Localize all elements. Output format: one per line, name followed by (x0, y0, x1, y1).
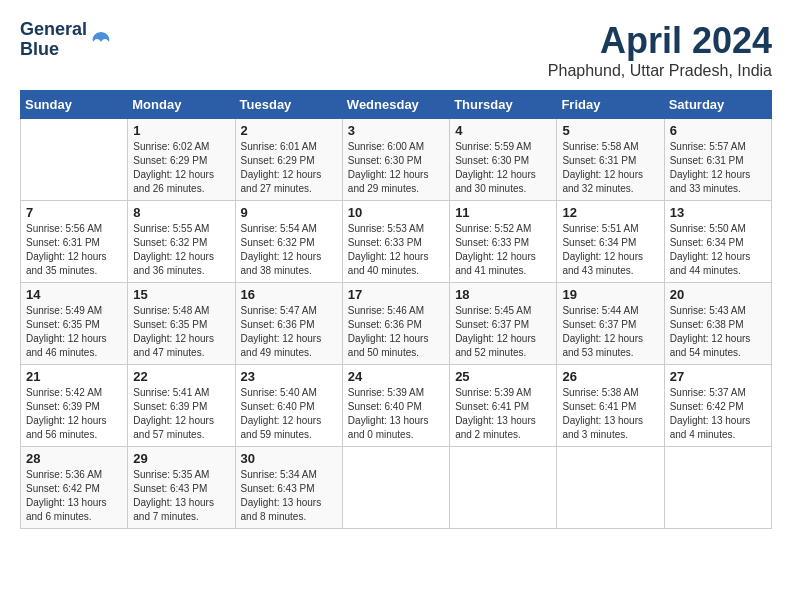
calendar-cell: 27Sunrise: 5:37 AM Sunset: 6:42 PM Dayli… (664, 365, 771, 447)
day-number: 18 (455, 287, 551, 302)
day-number: 12 (562, 205, 658, 220)
day-info: Sunrise: 6:01 AM Sunset: 6:29 PM Dayligh… (241, 140, 337, 196)
day-number: 2 (241, 123, 337, 138)
calendar-cell (342, 447, 449, 529)
day-info: Sunrise: 5:38 AM Sunset: 6:41 PM Dayligh… (562, 386, 658, 442)
page-header: GeneralBlue April 2024 Phaphund, Uttar P… (20, 20, 772, 80)
day-number: 24 (348, 369, 444, 384)
location-title: Phaphund, Uttar Pradesh, India (548, 62, 772, 80)
day-info: Sunrise: 5:45 AM Sunset: 6:37 PM Dayligh… (455, 304, 551, 360)
day-info: Sunrise: 5:55 AM Sunset: 6:32 PM Dayligh… (133, 222, 229, 278)
calendar-table: SundayMondayTuesdayWednesdayThursdayFrid… (20, 90, 772, 529)
day-number: 5 (562, 123, 658, 138)
calendar-cell: 7Sunrise: 5:56 AM Sunset: 6:31 PM Daylig… (21, 201, 128, 283)
calendar-cell: 17Sunrise: 5:46 AM Sunset: 6:36 PM Dayli… (342, 283, 449, 365)
day-info: Sunrise: 5:54 AM Sunset: 6:32 PM Dayligh… (241, 222, 337, 278)
day-info: Sunrise: 5:52 AM Sunset: 6:33 PM Dayligh… (455, 222, 551, 278)
day-number: 29 (133, 451, 229, 466)
calendar-cell: 16Sunrise: 5:47 AM Sunset: 6:36 PM Dayli… (235, 283, 342, 365)
day-info: Sunrise: 5:56 AM Sunset: 6:31 PM Dayligh… (26, 222, 122, 278)
day-number: 27 (670, 369, 766, 384)
day-info: Sunrise: 5:57 AM Sunset: 6:31 PM Dayligh… (670, 140, 766, 196)
day-number: 25 (455, 369, 551, 384)
weekday-header-saturday: Saturday (664, 91, 771, 119)
calendar-cell (21, 119, 128, 201)
day-number: 30 (241, 451, 337, 466)
day-number: 26 (562, 369, 658, 384)
calendar-cell: 22Sunrise: 5:41 AM Sunset: 6:39 PM Dayli… (128, 365, 235, 447)
day-number: 22 (133, 369, 229, 384)
calendar-cell: 13Sunrise: 5:50 AM Sunset: 6:34 PM Dayli… (664, 201, 771, 283)
day-info: Sunrise: 5:40 AM Sunset: 6:40 PM Dayligh… (241, 386, 337, 442)
calendar-cell: 2Sunrise: 6:01 AM Sunset: 6:29 PM Daylig… (235, 119, 342, 201)
day-number: 20 (670, 287, 766, 302)
day-number: 4 (455, 123, 551, 138)
calendar-cell (557, 447, 664, 529)
day-info: Sunrise: 5:36 AM Sunset: 6:42 PM Dayligh… (26, 468, 122, 524)
day-number: 28 (26, 451, 122, 466)
day-info: Sunrise: 5:50 AM Sunset: 6:34 PM Dayligh… (670, 222, 766, 278)
day-info: Sunrise: 5:42 AM Sunset: 6:39 PM Dayligh… (26, 386, 122, 442)
calendar-cell: 9Sunrise: 5:54 AM Sunset: 6:32 PM Daylig… (235, 201, 342, 283)
logo-bird-icon (89, 28, 113, 52)
day-info: Sunrise: 5:48 AM Sunset: 6:35 PM Dayligh… (133, 304, 229, 360)
calendar-cell (450, 447, 557, 529)
weekday-header-thursday: Thursday (450, 91, 557, 119)
day-info: Sunrise: 5:34 AM Sunset: 6:43 PM Dayligh… (241, 468, 337, 524)
day-number: 3 (348, 123, 444, 138)
day-number: 13 (670, 205, 766, 220)
day-number: 7 (26, 205, 122, 220)
day-info: Sunrise: 5:59 AM Sunset: 6:30 PM Dayligh… (455, 140, 551, 196)
calendar-cell: 28Sunrise: 5:36 AM Sunset: 6:42 PM Dayli… (21, 447, 128, 529)
logo-container: GeneralBlue (20, 20, 113, 60)
weekday-header-friday: Friday (557, 91, 664, 119)
day-number: 8 (133, 205, 229, 220)
day-number: 6 (670, 123, 766, 138)
day-number: 9 (241, 205, 337, 220)
day-number: 21 (26, 369, 122, 384)
weekday-header-tuesday: Tuesday (235, 91, 342, 119)
day-info: Sunrise: 5:49 AM Sunset: 6:35 PM Dayligh… (26, 304, 122, 360)
weekday-header-wednesday: Wednesday (342, 91, 449, 119)
calendar-cell: 26Sunrise: 5:38 AM Sunset: 6:41 PM Dayli… (557, 365, 664, 447)
calendar-cell: 21Sunrise: 5:42 AM Sunset: 6:39 PM Dayli… (21, 365, 128, 447)
weekday-header-monday: Monday (128, 91, 235, 119)
calendar-cell: 23Sunrise: 5:40 AM Sunset: 6:40 PM Dayli… (235, 365, 342, 447)
day-number: 15 (133, 287, 229, 302)
calendar-cell: 30Sunrise: 5:34 AM Sunset: 6:43 PM Dayli… (235, 447, 342, 529)
calendar-cell: 12Sunrise: 5:51 AM Sunset: 6:34 PM Dayli… (557, 201, 664, 283)
calendar-cell: 4Sunrise: 5:59 AM Sunset: 6:30 PM Daylig… (450, 119, 557, 201)
day-info: Sunrise: 5:58 AM Sunset: 6:31 PM Dayligh… (562, 140, 658, 196)
day-info: Sunrise: 5:39 AM Sunset: 6:40 PM Dayligh… (348, 386, 444, 442)
calendar-cell: 20Sunrise: 5:43 AM Sunset: 6:38 PM Dayli… (664, 283, 771, 365)
day-info: Sunrise: 5:43 AM Sunset: 6:38 PM Dayligh… (670, 304, 766, 360)
calendar-cell: 6Sunrise: 5:57 AM Sunset: 6:31 PM Daylig… (664, 119, 771, 201)
day-info: Sunrise: 5:46 AM Sunset: 6:36 PM Dayligh… (348, 304, 444, 360)
calendar-cell: 1Sunrise: 6:02 AM Sunset: 6:29 PM Daylig… (128, 119, 235, 201)
day-info: Sunrise: 5:39 AM Sunset: 6:41 PM Dayligh… (455, 386, 551, 442)
calendar-cell: 24Sunrise: 5:39 AM Sunset: 6:40 PM Dayli… (342, 365, 449, 447)
day-info: Sunrise: 5:53 AM Sunset: 6:33 PM Dayligh… (348, 222, 444, 278)
day-number: 17 (348, 287, 444, 302)
calendar-cell (664, 447, 771, 529)
calendar-cell: 19Sunrise: 5:44 AM Sunset: 6:37 PM Dayli… (557, 283, 664, 365)
calendar-cell: 11Sunrise: 5:52 AM Sunset: 6:33 PM Dayli… (450, 201, 557, 283)
calendar-cell: 8Sunrise: 5:55 AM Sunset: 6:32 PM Daylig… (128, 201, 235, 283)
day-number: 14 (26, 287, 122, 302)
day-number: 11 (455, 205, 551, 220)
calendar-cell: 18Sunrise: 5:45 AM Sunset: 6:37 PM Dayli… (450, 283, 557, 365)
day-info: Sunrise: 6:02 AM Sunset: 6:29 PM Dayligh… (133, 140, 229, 196)
month-title: April 2024 (548, 20, 772, 62)
calendar-cell: 25Sunrise: 5:39 AM Sunset: 6:41 PM Dayli… (450, 365, 557, 447)
calendar-cell: 10Sunrise: 5:53 AM Sunset: 6:33 PM Dayli… (342, 201, 449, 283)
calendar-cell: 15Sunrise: 5:48 AM Sunset: 6:35 PM Dayli… (128, 283, 235, 365)
day-number: 23 (241, 369, 337, 384)
day-number: 10 (348, 205, 444, 220)
day-number: 1 (133, 123, 229, 138)
day-number: 19 (562, 287, 658, 302)
calendar-cell: 14Sunrise: 5:49 AM Sunset: 6:35 PM Dayli… (21, 283, 128, 365)
day-number: 16 (241, 287, 337, 302)
logo: GeneralBlue (20, 20, 113, 60)
calendar-cell: 3Sunrise: 6:00 AM Sunset: 6:30 PM Daylig… (342, 119, 449, 201)
calendar-cell: 29Sunrise: 5:35 AM Sunset: 6:43 PM Dayli… (128, 447, 235, 529)
